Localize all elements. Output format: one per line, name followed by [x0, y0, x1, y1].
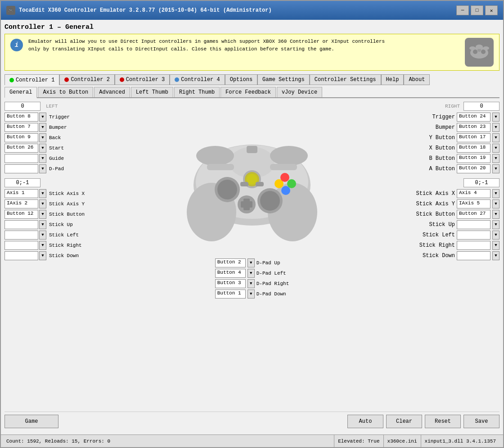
save-button[interactable]: Save — [464, 415, 500, 428]
subtab-left-thumb[interactable]: Left Thumb — [131, 87, 173, 97]
left-row-stick-axis-x: Axis 1 ▼ Stick Axis X — [4, 189, 122, 198]
game-button[interactable]: Game — [4, 415, 58, 428]
right-stick-button-label: Stick Button — [416, 211, 455, 217]
right-x-dropdown[interactable]: ▼ — [492, 144, 500, 153]
tab-controller3[interactable]: Controller 3 — [115, 74, 170, 85]
subtab-advanced[interactable]: Advanced — [94, 87, 130, 97]
subtab-axis-to-button[interactable]: Axis to Button — [38, 87, 93, 97]
right-b-label: B Button — [429, 155, 455, 162]
title-bar: 🎮 TocaEdit X360 Controller Emulator 3.2.… — [1, 1, 503, 20]
left-back-dropdown[interactable]: ▼ — [39, 133, 46, 142]
maximize-button[interactable]: □ — [471, 5, 483, 15]
tab-controller1[interactable]: Controller 1 — [4, 74, 59, 85]
right-stick-right-label: Stick Right — [419, 242, 455, 249]
right-row-stick-right: Stick Right ▼ — [382, 241, 500, 250]
right-stick-axis-x-label: Stick Axis X — [416, 190, 455, 197]
left-stick-right-value — [4, 241, 38, 250]
right-row-bumper: Bumper Button 23 ▼ — [382, 123, 500, 132]
right-stick-up-dropdown[interactable]: ▼ — [492, 220, 500, 229]
tab-options[interactable]: Options — [225, 74, 257, 85]
svg-point-13 — [196, 146, 234, 166]
left-stick-left-dropdown[interactable]: ▼ — [39, 231, 46, 240]
dpad-row-left: Button 4 ▼ D-Pad Left — [215, 269, 289, 278]
tab-about[interactable]: About — [404, 74, 430, 85]
dpad-up-label: D-Pad Up — [256, 260, 280, 266]
dot-icon — [9, 78, 14, 82]
right-b-dropdown[interactable]: ▼ — [492, 154, 500, 163]
minimize-button[interactable]: ─ — [456, 5, 469, 15]
tab-game-settings-label: Game Settings — [262, 77, 305, 83]
left-stick-right-dropdown[interactable]: ▼ — [39, 241, 46, 250]
tab-controller-settings[interactable]: Controller Settings — [310, 74, 381, 85]
left-trigger-dropdown[interactable]: ▼ — [39, 113, 46, 122]
auto-button[interactable]: Auto — [347, 415, 383, 428]
dpad-right-dropdown[interactable]: ▼ — [248, 279, 255, 288]
right-stick-axis-y-dropdown[interactable]: ▼ — [492, 199, 500, 208]
clear-button[interactable]: Clear — [386, 415, 422, 428]
dpad-left-dropdown[interactable]: ▼ — [248, 269, 255, 278]
right-y-dropdown[interactable]: ▼ — [492, 133, 500, 142]
left-section-label: LEFT — [44, 104, 58, 109]
left-guide-dropdown[interactable]: ▼ — [39, 154, 46, 163]
left-row-back: Button 9 ▼ Back — [4, 133, 122, 142]
bottom-bar: Game Auto Clear Reset Save — [4, 412, 500, 431]
left-stick-right-label: Stick Right — [49, 243, 82, 248]
left-guide-label: Guide — [49, 156, 64, 161]
tab-controller2[interactable]: Controller 2 — [59, 74, 114, 85]
subtab-vjoy[interactable]: vJoy Device — [277, 87, 322, 97]
reset-button[interactable]: Reset — [425, 415, 461, 428]
left-stick-axis-x-dropdown[interactable]: ▼ — [39, 189, 46, 198]
right-stick-right-dropdown[interactable]: ▼ — [492, 241, 500, 250]
left-stick-axis-x-value: Axis 1 — [4, 189, 38, 198]
right-b-value: Button 19 — [457, 154, 490, 163]
right-trigger-value: Button 24 — [457, 113, 490, 122]
left-start-label: Start — [49, 145, 64, 151]
status-elevated: Elevated: True — [334, 435, 383, 447]
right-stick-down-dropdown[interactable]: ▼ — [492, 251, 500, 260]
left-bumper-dropdown[interactable]: ▼ — [39, 123, 46, 132]
left-stick-down-dropdown[interactable]: ▼ — [39, 251, 46, 260]
right-stick-left-dropdown[interactable]: ▼ — [492, 231, 500, 240]
right-y-value: Button 17 — [457, 133, 490, 142]
dpad-down-label: D-Pad Down — [256, 291, 286, 297]
left-start-dropdown[interactable]: ▼ — [39, 144, 46, 153]
subtab-general[interactable]: General — [4, 87, 37, 98]
dpad-down-dropdown[interactable]: ▼ — [248, 290, 255, 299]
right-stick-axis-x-dropdown[interactable]: ▼ — [492, 189, 500, 198]
dpad-row-down: Button 1 ▼ D-Pad Down — [215, 290, 289, 299]
sub-tabs: General Axis to Button Advanced Left Thu… — [4, 87, 500, 98]
svg-point-2 — [473, 50, 477, 54]
left-dpad-label: D-Pad — [49, 166, 64, 172]
right-trigger-dropdown[interactable]: ▼ — [492, 113, 500, 122]
svg-rect-33 — [247, 146, 257, 153]
right-stick-up-value — [457, 220, 490, 229]
tab-controller4[interactable]: Controller 4 — [170, 74, 225, 85]
left-trigger-value: Button 8 — [4, 113, 38, 122]
left-row-stick-button: Button 12 ▼ Stick Button — [4, 210, 122, 219]
left-stick-up-dropdown[interactable]: ▼ — [39, 220, 46, 229]
svg-point-5 — [476, 45, 483, 49]
left-stick-button-dropdown[interactable]: ▼ — [39, 210, 46, 219]
main-window: 🎮 TocaEdit X360 Controller Emulator 3.2.… — [0, 0, 504, 448]
status-ini: x360ce.ini — [383, 435, 421, 447]
left-stick-left-label: Stick Left — [49, 232, 79, 238]
right-stick-button-dropdown[interactable]: ▼ — [492, 210, 500, 219]
action-buttons: Auto Clear Reset Save — [347, 415, 500, 428]
right-a-dropdown[interactable]: ▼ — [492, 164, 500, 173]
close-button[interactable]: ✕ — [485, 5, 498, 15]
left-row-dpad: ▼ D-Pad — [4, 164, 122, 173]
svg-rect-23 — [241, 201, 252, 208]
left-dpad-dropdown[interactable]: ▼ — [39, 164, 46, 173]
tab-help[interactable]: Help — [381, 74, 404, 85]
tab-game-settings[interactable]: Game Settings — [257, 74, 310, 85]
right-bumper-dropdown[interactable]: ▼ — [492, 123, 500, 132]
left-stick-down-label: Stick Down — [49, 253, 79, 258]
dpad-up-dropdown[interactable]: ▼ — [248, 258, 255, 267]
left-stick-axis-y-dropdown[interactable]: ▼ — [39, 199, 46, 208]
subtab-force-feedback[interactable]: Force Feedback — [220, 87, 276, 97]
right-trigger-label: Trigger — [432, 114, 455, 120]
dpad-row-right: Button 3 ▼ D-Pad Right — [215, 279, 289, 288]
right-stick-axis-y-value: IAxis 5 — [457, 199, 490, 208]
status-bar: Count: 1592, Reloads: 15, Errors: 0 Elev… — [1, 434, 503, 447]
subtab-right-thumb[interactable]: Right Thumb — [174, 87, 220, 97]
